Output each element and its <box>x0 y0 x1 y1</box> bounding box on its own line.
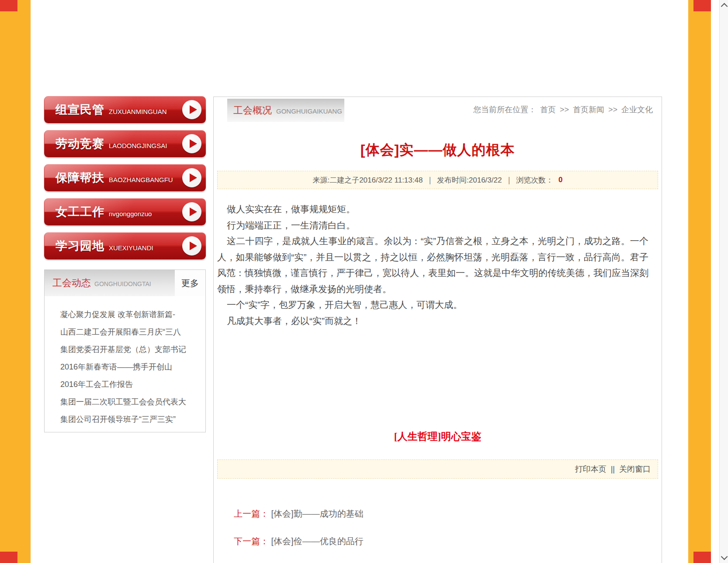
right-orange-rail <box>688 0 711 563</box>
corner-decoration <box>693 552 711 563</box>
nav-button-label: 学习园地 <box>55 238 104 254</box>
article-paragraph: 这二十四字，是成就人生事业的箴言。余以为：“实”乃信誉之根，立身之本，光明之门，… <box>217 233 648 297</box>
breadcrumb-category-link[interactable]: 企业文化 <box>621 104 653 115</box>
breadcrumb-news-link[interactable]: 首页新闻 <box>573 104 604 115</box>
news-list-item[interactable]: 2016年新春寄语——携手开创山 <box>60 358 198 376</box>
article-paragraph: 凡成其大事者，必以“实”而就之！ <box>217 313 648 329</box>
nav-button-laodongjingsai[interactable]: 劳动竞赛 LAODONGJINGSAI <box>44 130 206 157</box>
article-body: 做人实实在在，做事规规矩矩。 行为端端正正，一生清清白白。 这二十四字，是成就人… <box>217 201 648 329</box>
news-list-item[interactable]: 2016年工会工作报告 <box>60 376 198 393</box>
previous-article-row: 上一篇： [体会]勤——成功的基础 <box>234 508 364 520</box>
nav-button-nvgonggongzuo[interactable]: 女工工作 nvgonggonzuo <box>44 198 206 225</box>
news-list-item[interactable]: 集团公司召开领导班子“三严三实” <box>60 411 198 428</box>
article-meta-bar: 来源:二建之子2016/3/22 11:13:48 ｜ 发布时间:2016/3/… <box>217 171 658 189</box>
play-icon <box>182 236 201 256</box>
article-title: [体会]实——做人的根本 <box>214 140 662 159</box>
meta-views-count: 0 <box>558 176 562 184</box>
breadcrumb-separator: >> <box>608 105 617 114</box>
article-paragraph: 行为端端正正，一生清清白白。 <box>217 218 648 234</box>
article-subtitle: [人生哲理]明心宝鉴 <box>214 430 662 443</box>
nav-button-zuxuanminguan[interactable]: 组宣民管 ZUXUANMINGUAN <box>44 96 206 123</box>
breadcrumb-label: 您当前所在位置： <box>473 104 536 115</box>
next-article-link[interactable]: [体会]俭——优良的品行 <box>271 536 364 546</box>
news-list-item[interactable]: 山西二建工会开展阳春三月庆“三八 <box>60 323 198 341</box>
meta-source: 来源:二建之子2016/3/22 11:13:48 <box>312 175 423 185</box>
nav-button-label: 劳动竞赛 <box>55 136 104 152</box>
meta-views-label: 浏览次数： <box>516 175 553 185</box>
previous-article-label: 上一篇： <box>234 509 269 518</box>
print-page-link[interactable]: 打印本页 <box>575 464 607 474</box>
corner-decoration <box>0 552 17 563</box>
nav-button-label: 女工工作 <box>55 204 104 220</box>
news-list-item[interactable]: 凝心聚力促发展 改革创新谱新篇- <box>60 306 198 323</box>
article-paragraph: 一个“实”字，包罗万象，开启大智，慧己惠人，可谓大成。 <box>217 297 648 313</box>
meta-publish-date: 发布时间:2016/3/22 <box>437 175 502 185</box>
nav-button-label: 组宣民管 <box>55 102 104 117</box>
close-window-link[interactable]: 关闭窗口 <box>619 464 651 474</box>
play-icon <box>182 100 201 119</box>
nav-button-pinyin: XUEXIYUANDI <box>109 244 153 252</box>
union-news-title: 工会动态 <box>52 276 91 290</box>
page-scrollbar[interactable] <box>719 0 728 563</box>
article-actions-bar: 打印本页 || 关闭窗口 <box>217 459 658 479</box>
actions-divider: || <box>611 465 615 474</box>
main-content-panel: 工会概况 GONGHUIGAIKUANG 您当前所在位置： 首页 >> 首页新闻… <box>213 97 662 563</box>
nav-button-pinyin: nvgonggonzuo <box>109 210 152 218</box>
corner-decoration <box>693 0 711 11</box>
scroll-up-icon[interactable] <box>721 3 728 10</box>
breadcrumb-separator: >> <box>560 105 569 114</box>
union-news-list: 凝心聚力促发展 改革创新谱新篇- 山西二建工会开展阳春三月庆“三八 集团党委召开… <box>45 296 205 428</box>
left-orange-rail <box>0 0 31 563</box>
meta-separator: ｜ <box>505 175 513 185</box>
meta-separator: ｜ <box>426 175 433 185</box>
news-list-item[interactable]: 集团党委召开基层党（总）支部书记 <box>60 341 198 358</box>
next-article-row: 下一篇： [体会]俭——优良的品行 <box>234 535 364 547</box>
more-link[interactable]: 更多 <box>175 270 205 296</box>
previous-article-link[interactable]: [体会]勤——成功的基础 <box>271 509 364 518</box>
article-paragraph: 做人实实在在，做事规规矩矩。 <box>217 201 648 218</box>
scroll-down-icon[interactable] <box>721 553 728 560</box>
nav-button-pinyin: ZUXUANMINGUAN <box>109 108 167 115</box>
section-tab-title: 工会概况 <box>233 104 272 117</box>
play-icon <box>182 202 201 221</box>
nav-button-xuexiyuandi[interactable]: 学习园地 XUEXIYUANDI <box>44 232 206 259</box>
union-news-panel: 工会动态 GONGHUIDONGTAI 更多 凝心聚力促发展 改革创新谱新篇- … <box>44 269 206 432</box>
nav-button-pinyin: LAODONGJINGSAI <box>109 142 167 149</box>
news-list-item[interactable]: 集团一届二次职工暨工会会员代表大 <box>60 393 198 411</box>
corner-decoration <box>0 0 17 11</box>
section-tab-pinyin: GONGHUIGAIKUANG <box>276 107 342 115</box>
next-article-label: 下一篇： <box>234 536 269 546</box>
play-icon <box>182 134 201 153</box>
play-icon <box>182 168 201 187</box>
breadcrumb: 您当前所在位置： 首页 >> 首页新闻 >> 企业文化 <box>473 104 653 115</box>
breadcrumb-home-link[interactable]: 首页 <box>540 104 556 115</box>
nav-button-pinyin: BAOZHANGBANGFU <box>109 176 173 183</box>
union-news-header: 工会动态 GONGHUIDONGTAI 更多 <box>45 270 205 296</box>
section-tab-gonghuigaikuang: 工会概况 GONGHUIGAIKUANG <box>227 99 344 122</box>
union-news-title-pinyin: GONGHUIDONGTAI <box>94 280 151 287</box>
nav-button-label: 保障帮扶 <box>55 170 104 186</box>
sidebar-nav: 组宣民管 ZUXUANMINGUAN 劳动竞赛 LAODONGJINGSAI 保… <box>44 96 206 266</box>
nav-button-baozhangbangfu[interactable]: 保障帮扶 BAOZHANGBANGFU <box>44 164 206 191</box>
